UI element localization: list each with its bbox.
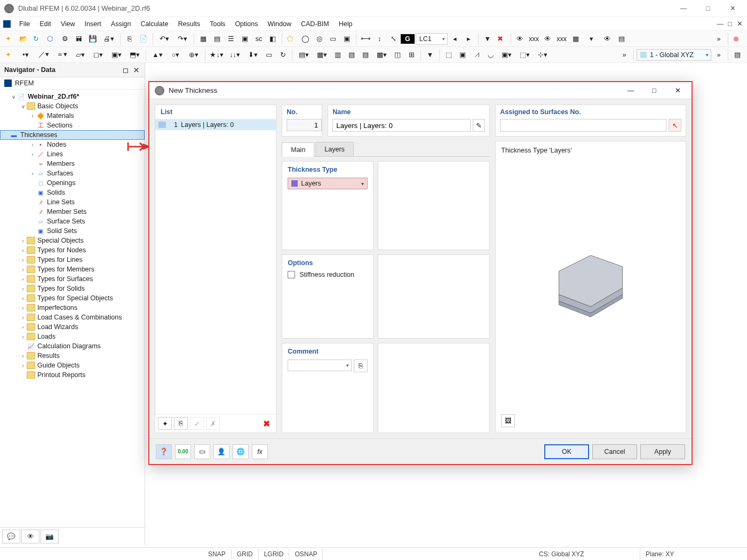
dialog-titlebar[interactable]: New Thickness — □ ✕	[149, 82, 692, 99]
chevron-right-icon[interactable]: »	[712, 33, 725, 45]
status-grid[interactable]: GRID	[232, 549, 259, 559]
nav-eye-icon[interactable]: 👁	[21, 530, 39, 543]
load-line-icon[interactable]: ↓↓▾	[226, 49, 243, 61]
show-numbers-icon[interactable]: xxx	[528, 33, 541, 45]
copy-icon[interactable]: ⎘	[123, 33, 136, 45]
grid-icon[interactable]: ▤	[211, 33, 224, 45]
panel-icon[interactable]: ◧	[266, 33, 279, 45]
menu-cadbim[interactable]: CAD-BIM	[297, 19, 333, 29]
comment-lib-icon[interactable]: ⎘	[354, 359, 368, 372]
dim-h-icon[interactable]: ⟷	[359, 33, 372, 45]
navigator-root[interactable]: RFEM	[0, 77, 145, 90]
list-new-icon[interactable]: ✦	[158, 417, 172, 430]
lc-prev-icon[interactable]: ◂	[449, 33, 462, 45]
tree-types-solids[interactable]: ›Types for Solids	[0, 284, 145, 293]
group6-icon[interactable]: ▩▾	[373, 49, 390, 61]
mdi-min-icon[interactable]: —	[716, 20, 725, 28]
release-tool-icon[interactable]: ⊕▾	[185, 49, 202, 61]
group1-icon[interactable]: ▤▾	[295, 49, 312, 61]
view-mode-button[interactable]: ▭	[194, 444, 210, 459]
undo-icon[interactable]: ↶▾	[156, 33, 173, 45]
minimize-button[interactable]: —	[671, 1, 696, 17]
menu-assign[interactable]: Assign	[107, 19, 136, 29]
units-button[interactable]: 0.00	[175, 444, 191, 459]
globe-button[interactable]: 🌐	[233, 444, 249, 459]
nav-comment-icon[interactable]: 💬	[2, 530, 20, 543]
workplane-icon[interactable]: ▨	[731, 49, 744, 61]
solid-tool-icon[interactable]: ▣▾	[108, 49, 125, 61]
new-node-icon[interactable]: ✦	[3, 49, 16, 61]
tree-lines[interactable]: ›／Lines	[0, 149, 145, 159]
group7-icon[interactable]: ◫	[391, 49, 404, 61]
tree-solid-sets[interactable]: ▣Solid Sets	[0, 226, 145, 236]
set-tool-icon[interactable]: ⬒▾	[126, 49, 143, 61]
fx-button[interactable]: fx	[252, 444, 268, 459]
member-tool-icon[interactable]: ＝▾	[53, 49, 70, 61]
assigned-input[interactable]	[500, 119, 666, 132]
color-legend-icon[interactable]: ▦	[569, 33, 582, 45]
funnel-icon[interactable]: ▼	[424, 49, 436, 61]
view5-icon[interactable]: ▣▾	[498, 49, 515, 61]
show-loads-icon[interactable]: 👁	[514, 33, 527, 45]
view-filter-icon[interactable]: ▾	[583, 33, 600, 45]
no-input[interactable]	[287, 119, 322, 131]
panel-close-icon[interactable]: ✕	[132, 66, 140, 74]
group2-icon[interactable]: ▦▾	[313, 49, 330, 61]
hinge-tool-icon[interactable]: ○▾	[167, 49, 184, 61]
list-copy-icon[interactable]: ⎘	[174, 417, 188, 430]
panel-undock-icon[interactable]: ◻	[121, 66, 130, 74]
maximize-button[interactable]: □	[696, 1, 720, 17]
stiffness-checkbox[interactable]: Stiffness reduction	[288, 271, 368, 278]
show-results-icon[interactable]: 👁	[542, 33, 554, 45]
select-poly-icon[interactable]: ⬠	[285, 33, 298, 45]
tree-sections[interactable]: 工Sections	[0, 121, 145, 130]
view1-icon[interactable]: ⬚	[442, 49, 455, 61]
list-icon[interactable]: ☰	[225, 33, 237, 45]
list-uncheck-icon[interactable]: ✗	[206, 417, 220, 430]
menu-file[interactable]: File	[15, 19, 34, 29]
menu-calculate[interactable]: Calculate	[136, 19, 172, 29]
opening-tool-icon[interactable]: ◻▾	[90, 49, 107, 61]
preview-save-icon[interactable]: 🖼	[501, 414, 515, 427]
close-button[interactable]: ✕	[720, 1, 745, 17]
tree-guide[interactable]: ›Guide Objects	[0, 361, 145, 370]
help-button[interactable]: ❓	[156, 444, 172, 459]
view6-icon[interactable]: ⬚▾	[516, 49, 533, 61]
tree-imperfections[interactable]: ›Imperfections	[0, 303, 145, 313]
menu-view[interactable]: View	[57, 19, 80, 29]
select-lasso-icon[interactable]: ◯	[299, 33, 312, 45]
show-values-icon[interactable]: xxx	[555, 33, 568, 45]
tree-project[interactable]: ∨📄Webinar_2D.rf6*	[0, 92, 145, 101]
tree-printout[interactable]: Printout Reports	[0, 370, 145, 380]
save-icon[interactable]: 💾	[86, 33, 99, 45]
coord-system-combo[interactable]: 1 - Global XYZ	[637, 49, 711, 61]
list-item[interactable]: 1 Layers | Layers: 0	[155, 119, 276, 130]
select-all-icon[interactable]: ◎	[313, 33, 325, 45]
nav-camera-icon[interactable]: 📷	[41, 530, 59, 543]
status-lgrid[interactable]: LGRID	[259, 549, 290, 559]
tree-load-wizards[interactable]: ›Load Wizards	[0, 322, 145, 332]
dialog-min-button[interactable]: —	[619, 83, 642, 99]
tab-layers[interactable]: Layers	[315, 142, 354, 156]
tree-loads[interactable]: ›Loads	[0, 332, 145, 341]
cloud-icon[interactable]: ⬡	[45, 33, 58, 45]
load-node-icon[interactable]: ★↓▾	[208, 49, 225, 61]
group3-icon[interactable]: ▥	[331, 49, 344, 61]
dim-v-icon[interactable]: ↕	[373, 33, 386, 45]
line-tool-icon[interactable]: ／▾	[35, 49, 52, 61]
dim-align-icon[interactable]: ⤡	[387, 33, 400, 45]
group8-icon[interactable]: ⊞	[405, 49, 418, 61]
tree-materials[interactable]: ›🔶Materials	[0, 111, 145, 121]
delete-filter-icon[interactable]: ✖	[495, 33, 508, 45]
tree-results[interactable]: ›Results	[0, 351, 145, 361]
comment-combo[interactable]	[288, 359, 352, 371]
tree-members[interactable]: ＝Members	[0, 159, 145, 169]
chevron-right-3-icon[interactable]: »	[712, 49, 725, 61]
script-icon[interactable]: sc	[252, 33, 265, 45]
tab-main[interactable]: Main	[282, 142, 314, 157]
tree-types-special[interactable]: ›Types for Special Objects	[0, 293, 145, 303]
open-file-icon[interactable]: 📂	[17, 33, 30, 45]
save-all-icon[interactable]: 🖬	[73, 33, 85, 45]
tree-surface-sets[interactable]: ▱Surface Sets	[0, 217, 145, 226]
tree-calc-diagrams[interactable]: 📈Calculation Diagrams	[0, 341, 145, 351]
